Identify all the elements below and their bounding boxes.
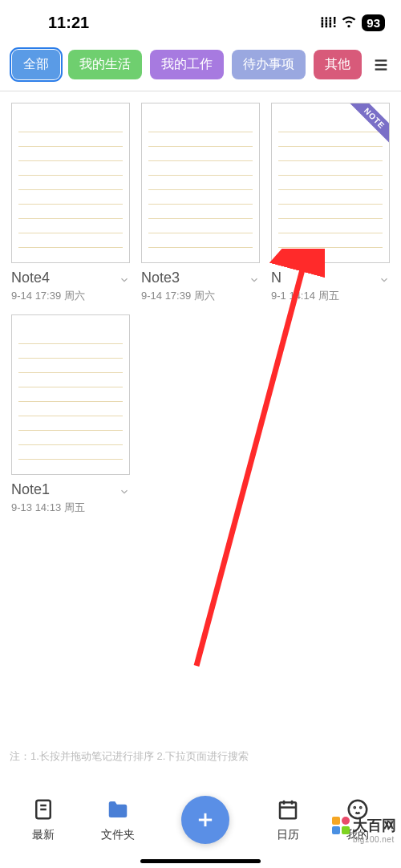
svg-point-13 (354, 807, 355, 808)
category-tab[interactable]: 我的生活 (68, 50, 142, 79)
svg-point-14 (360, 807, 361, 808)
note-title: N (271, 270, 390, 286)
nav-label: 日历 (277, 828, 299, 842)
note-card[interactable]: NOTE N 9-1 14:14 周五 (271, 103, 390, 303)
calendar-icon (276, 797, 300, 825)
signal-icon: ⁞⁞⁞! (320, 14, 336, 31)
category-tab[interactable]: 其他 (314, 50, 362, 79)
nav-label: 最新 (32, 828, 55, 842)
chevron-down-icon[interactable] (119, 274, 130, 289)
note-title: Note1 (11, 481, 130, 498)
wifi-icon (341, 13, 357, 32)
nav-latest[interactable]: 最新 (31, 797, 55, 842)
note-title: Note4 (11, 270, 130, 286)
menu-icon[interactable] (369, 53, 393, 80)
note-date: 9-13 14:13 周五 (11, 501, 130, 515)
note-date: 9-14 17:39 周六 (11, 289, 130, 303)
chevron-down-icon[interactable] (119, 486, 130, 501)
add-note-button[interactable] (181, 796, 229, 844)
watermark-url: big100.net (353, 835, 396, 844)
watermark: 大百网 big100.net (332, 816, 396, 844)
note-date: 9-1 14:14 周五 (271, 289, 390, 303)
note-card[interactable]: Note4 9-14 17:39 周六 (11, 103, 130, 303)
status-time: 11:21 (48, 14, 89, 32)
chevron-down-icon[interactable] (249, 274, 260, 289)
note-card[interactable]: Note3 9-14 17:39 周六 (141, 103, 260, 303)
nav-label: 文件夹 (101, 828, 135, 842)
category-tab[interactable]: 待办事项 (232, 50, 306, 79)
notes-grid: Note4 9-14 17:39 周六 Note3 9-14 17:39 周六 … (0, 91, 401, 526)
category-tab[interactable]: 全部 (12, 50, 60, 79)
note-thumbnail (141, 103, 260, 263)
folder-icon (106, 797, 130, 825)
note-thumbnail (11, 103, 130, 263)
battery-level: 93 (362, 14, 385, 31)
note-title: Note3 (141, 270, 260, 286)
watermark-name: 大百网 (353, 816, 396, 835)
nav-folder[interactable]: 文件夹 (101, 797, 135, 842)
category-tab[interactable]: 我的工作 (150, 50, 224, 79)
status-icons: ⁞⁞⁞! 93 (320, 13, 385, 32)
svg-rect-8 (280, 802, 296, 818)
hint-text: 注：1.长按并拖动笔记进行排序 2.下拉页面进行搜索 (10, 749, 249, 764)
note-date: 9-14 17:39 周六 (141, 289, 260, 303)
note-thumbnail (11, 314, 130, 475)
nav-calendar[interactable]: 日历 (276, 797, 300, 842)
note-card[interactable]: Note1 9-13 14:13 周五 (11, 314, 130, 515)
note-icon (31, 797, 55, 825)
status-bar: 11:21 ⁞⁞⁞! 93 (0, 0, 401, 42)
category-tabs: 全部我的生活我的工作待办事项其他 (0, 42, 401, 87)
home-indicator[interactable] (140, 859, 261, 863)
chevron-down-icon[interactable] (379, 274, 390, 289)
note-thumbnail: NOTE (271, 103, 390, 263)
